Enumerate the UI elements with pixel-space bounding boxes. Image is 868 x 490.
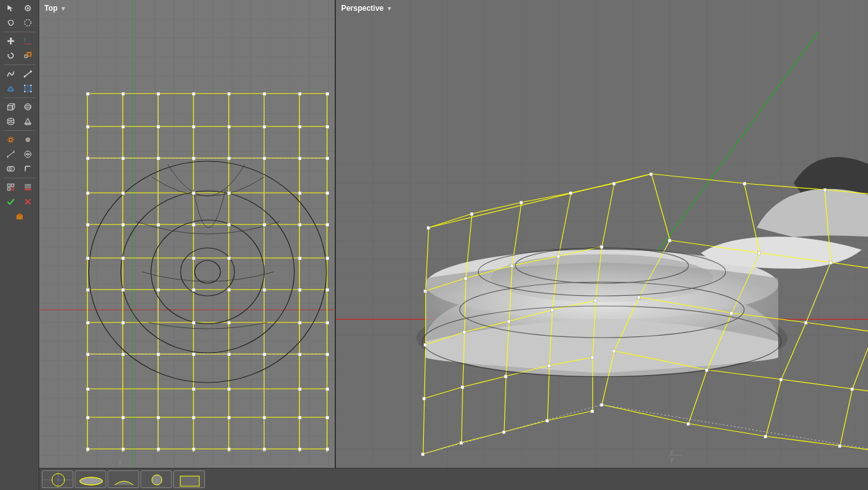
svg-rect-113 [86, 92, 89, 95]
tool-row-confirm [3, 195, 37, 209]
thumbnail-4[interactable] [140, 470, 172, 488]
accept-tool[interactable] [3, 195, 19, 209]
cancel-tool[interactable] [20, 195, 36, 209]
svg-rect-129 [86, 157, 89, 160]
fillet-tool[interactable] [20, 162, 36, 176]
svg-point-7 [23, 76, 25, 78]
svg-rect-188 [228, 416, 231, 419]
svg-rect-164 [326, 288, 329, 291]
svg-rect-178 [326, 353, 329, 356]
divider-3 [4, 97, 35, 98]
tool-row-2 [3, 16, 37, 30]
svg-rect-157 [86, 288, 89, 291]
svg-rect-193 [121, 448, 125, 451]
svg-rect-124 [192, 125, 195, 128]
svg-rect-114 [121, 92, 125, 95]
sphere-tool[interactable] [20, 100, 36, 114]
svg-rect-138 [121, 192, 125, 195]
app: Top ▼ [0, 0, 868, 490]
toolbar [0, 0, 39, 490]
thumbnail-1[interactable] [42, 470, 73, 488]
snap-tool[interactable] [20, 133, 36, 147]
svg-rect-38 [25, 187, 31, 188]
svg-rect-380 [594, 299, 597, 302]
curve-tool[interactable] [3, 67, 19, 81]
svg-point-17 [25, 104, 31, 110]
svg-rect-398 [687, 422, 690, 426]
svg-rect-395 [461, 386, 464, 389]
svg-rect-146 [192, 223, 195, 226]
layer-tool[interactable] [20, 180, 36, 194]
cone-tool[interactable] [20, 114, 36, 128]
svg-rect-130 [121, 157, 125, 160]
svg-rect-385 [612, 350, 616, 353]
rotate-tool[interactable] [3, 49, 19, 63]
svg-rect-122 [121, 125, 125, 128]
svg-rect-399 [764, 435, 767, 438]
svg-rect-187 [192, 416, 195, 419]
svg-rect-136 [326, 157, 329, 160]
svg-rect-160 [192, 288, 195, 291]
svg-rect-406 [460, 441, 463, 444]
viewport-perspective[interactable]: Perspective ▼ [336, 0, 868, 468]
svg-rect-383 [463, 331, 466, 334]
tool-row-scale [3, 49, 37, 63]
settings-tool[interactable] [3, 133, 19, 147]
move-tool[interactable] [3, 34, 19, 48]
svg-rect-119 [298, 92, 301, 95]
analyze-tool[interactable] [20, 147, 36, 161]
svg-rect-350 [743, 182, 746, 185]
viewport-perspective-title: Perspective [341, 4, 383, 13]
svg-rect-34 [11, 184, 14, 187]
tool-row-analyze [3, 147, 37, 161]
svg-rect-422 [180, 476, 199, 486]
svg-rect-40 [16, 215, 23, 219]
svg-text:z: z [670, 448, 674, 455]
scale-tool[interactable] [20, 49, 36, 63]
svg-rect-151 [86, 257, 89, 260]
paint-select-tool[interactable] [20, 16, 36, 30]
viewport-top-label[interactable]: Top ▼ [44, 4, 66, 13]
erase-tool[interactable] [3, 209, 37, 223]
viewport-top[interactable]: Top ▼ [39, 0, 336, 468]
svg-rect-158 [121, 288, 125, 291]
cylinder-tool[interactable] [3, 114, 19, 128]
viewport-top-title: Top [44, 4, 58, 13]
nurbs-tool[interactable] [20, 82, 36, 95]
svg-point-13 [30, 91, 32, 92]
grid-display-tool[interactable] [3, 180, 19, 194]
boolean-tool[interactable] [3, 162, 19, 176]
svg-rect-37 [25, 188, 31, 190]
thumbnail-3[interactable] [108, 470, 139, 488]
svg-rect-361 [668, 239, 671, 242]
svg-rect-150 [326, 223, 329, 226]
gumball-tool[interactable] [20, 34, 36, 48]
svg-rect-152 [121, 257, 125, 260]
svg-rect-153 [192, 257, 195, 260]
select-tool[interactable] [3, 1, 19, 15]
svg-point-24 [9, 138, 12, 142]
svg-rect-372 [424, 290, 427, 293]
viewport-perspective-dropdown[interactable]: ▼ [387, 5, 393, 12]
svg-rect-137 [86, 192, 89, 195]
svg-rect-14 [8, 106, 13, 110]
svg-rect-33 [8, 184, 10, 187]
svg-rect-181 [228, 388, 231, 391]
viewport-top-dropdown[interactable]: ▼ [60, 5, 66, 12]
lasso-tool[interactable] [3, 16, 19, 30]
svg-rect-185 [121, 416, 125, 419]
thumbnail-2[interactable] [75, 470, 106, 488]
thumbnail-5[interactable] [173, 470, 205, 488]
svg-rect-36 [11, 188, 14, 190]
measure-tool[interactable] [3, 147, 19, 161]
line-tool[interactable] [20, 67, 36, 81]
svg-rect-121 [86, 125, 89, 128]
box-tool[interactable] [3, 100, 19, 114]
svg-line-6 [25, 71, 31, 77]
surface-tool[interactable] [3, 82, 19, 95]
svg-rect-115 [157, 92, 160, 95]
viewport-perspective-label[interactable]: Perspective ▼ [341, 4, 392, 13]
svg-rect-368 [600, 245, 604, 248]
svg-rect-155 [298, 257, 301, 260]
point-select-tool[interactable] [20, 1, 36, 15]
